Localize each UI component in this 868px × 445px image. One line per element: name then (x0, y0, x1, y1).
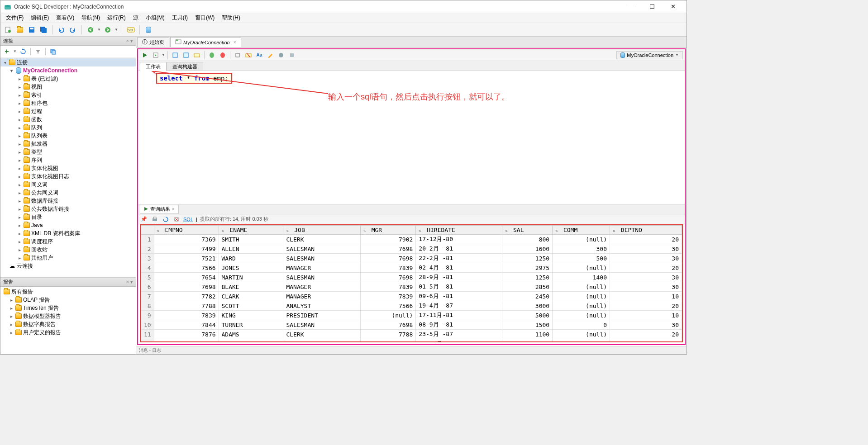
cell[interactable]: 7788 (360, 330, 415, 339)
tree-schema-node[interactable]: ▸类型 (0, 148, 136, 156)
cell[interactable]: MANAGER (283, 282, 360, 292)
explain-plan-button[interactable] (170, 50, 180, 60)
results-tab[interactable]: 查询结果 × (140, 205, 179, 214)
cell[interactable]: (null) (360, 311, 415, 320)
dropdown-icon[interactable]: ▼ (162, 53, 165, 57)
menu-item[interactable]: 运行(R) (104, 13, 129, 23)
tree-connection-node[interactable]: ▾ MyOracleConnection (0, 66, 136, 75)
menu-item[interactable]: 帮助(H) (218, 13, 244, 23)
open-button[interactable] (15, 25, 25, 35)
cell[interactable]: 2450 (502, 292, 553, 301)
tree-schema-node[interactable]: ▸实体化视图 (0, 164, 136, 172)
cell[interactable]: SMITH (219, 235, 283, 244)
table-row[interactable]: 107844TURNERSALESMAN769808-9月 -811500030 (141, 320, 682, 330)
cell[interactable]: KING (219, 311, 283, 320)
cell[interactable]: SALESMAN (283, 273, 360, 282)
run-script-button[interactable] (151, 50, 161, 60)
panel-close-icon[interactable]: × ▾ (126, 279, 133, 285)
tree-all-reports[interactable]: 所有报告 (0, 288, 136, 296)
cell[interactable]: 300 (553, 244, 610, 254)
cell[interactable]: SALESMAN (283, 320, 360, 330)
cell[interactable]: 30 (610, 254, 682, 263)
tree-schema-node[interactable]: ▸调度程序 (0, 237, 136, 246)
cell[interactable]: 1250 (502, 273, 553, 282)
save-all-button[interactable] (38, 25, 48, 35)
cell[interactable]: MARTIN (219, 273, 283, 282)
sql-button[interactable]: SQL (126, 25, 136, 35)
tree-schema-node[interactable]: ▸程序包 (0, 99, 136, 107)
cell[interactable]: 03-12月-81 (416, 339, 502, 343)
cell[interactable]: JAMES (219, 339, 283, 343)
column-header[interactable]: ⇅ JOB (283, 226, 360, 235)
cell[interactable]: 500 (553, 254, 610, 263)
cell[interactable]: 19-4月 -87 (416, 301, 502, 311)
cell[interactable]: 7698 (360, 320, 415, 330)
new-button[interactable] (3, 25, 13, 35)
cell[interactable]: 950 (502, 339, 553, 343)
column-header[interactable]: ⇅ SAL (502, 226, 553, 235)
cell[interactable]: 1600 (502, 244, 553, 254)
table-row[interactable]: 127900JAMESCLERK769803-12月-81950(null)30 (141, 339, 682, 343)
tree-schema-node[interactable]: ▸索引 (0, 91, 136, 99)
tree-report-node[interactable]: ▸OLAP 报告 (0, 296, 136, 304)
cell[interactable]: 7839 (360, 263, 415, 273)
table-row[interactable]: 37521WARDSALESMAN769822-2月 -81125050030 (141, 254, 682, 263)
tree-report-node[interactable]: ▸数据字典报告 (0, 320, 136, 328)
cell[interactable]: 7369 (154, 235, 219, 244)
tree-schema-node[interactable]: ▸公共数据库链接 (0, 205, 136, 213)
subtab-query-builder[interactable]: 查询构建器 (167, 62, 203, 71)
cell[interactable]: SCOTT (219, 301, 283, 311)
cell[interactable]: 22-2月 -81 (416, 254, 502, 263)
tree-schema-node[interactable]: ▸同义词 (0, 180, 136, 189)
tree-schema-node[interactable]: ▸表 (已过滤) (0, 75, 136, 83)
cell[interactable]: 20 (610, 330, 682, 339)
table-row[interactable]: 77782CLARKMANAGER783909-6月 -812450(null)… (141, 292, 682, 301)
edit-button[interactable] (265, 50, 275, 60)
tree-schema-node[interactable]: ▸其他用户 (0, 254, 136, 262)
cell[interactable]: 02-4月 -81 (416, 263, 502, 273)
back-button[interactable] (86, 25, 95, 35)
cell[interactable]: SALESMAN (283, 254, 360, 263)
column-header[interactable]: ⇅ MGR (360, 226, 415, 235)
cell[interactable]: 1250 (502, 254, 553, 263)
cell[interactable]: (null) (553, 311, 610, 320)
cell[interactable]: CLARK (219, 292, 283, 301)
subtab-worksheet[interactable]: 工作表 (140, 62, 167, 71)
rollback-button[interactable] (218, 50, 228, 60)
tab-connection[interactable]: MyOracleConnection × (170, 37, 241, 47)
cell[interactable]: 08-9月 -81 (416, 320, 502, 330)
tree-schema-node[interactable]: ▸触发器 (0, 140, 136, 148)
minimize-button[interactable]: — (621, 1, 641, 13)
tree-report-node[interactable]: ▸数据模型器报告 (0, 312, 136, 320)
column-header[interactable]: ⇅ COMM (553, 226, 610, 235)
menu-item[interactable]: 导航(N) (78, 13, 104, 23)
cell[interactable]: 7839 (360, 282, 415, 292)
maximize-button[interactable]: ☐ (642, 1, 662, 13)
cell[interactable]: (null) (553, 235, 610, 244)
cell[interactable]: 7839 (154, 311, 219, 320)
cell[interactable]: CLERK (283, 330, 360, 339)
cell[interactable]: 20 (610, 301, 682, 311)
cell[interactable]: 20-2月 -81 (416, 244, 502, 254)
table-row[interactable]: 117876ADAMSCLERK778823-5月 -871100(null)2… (141, 330, 682, 339)
case-button[interactable]: Aa (254, 50, 264, 60)
cell[interactable]: PRESIDENT (283, 311, 360, 320)
cell[interactable]: JONES (219, 263, 283, 273)
copy-button[interactable] (48, 47, 57, 56)
cell[interactable]: 2850 (502, 282, 553, 292)
tree-report-node[interactable]: ▸用户定义的报告 (0, 328, 136, 336)
cell[interactable]: 30 (610, 339, 682, 343)
redo-button[interactable] (68, 25, 78, 35)
tool2-button[interactable] (287, 50, 297, 60)
connection-selector[interactable]: MyOracleConnection ▼ (616, 51, 683, 59)
tree-schema-node[interactable]: ▸队列表 (0, 132, 136, 140)
sql-tuning-button[interactable] (192, 50, 202, 60)
tree-schema-node[interactable]: ▸Java (0, 221, 136, 229)
menu-item[interactable]: 工具(I) (168, 13, 191, 23)
cell[interactable]: BLAKE (219, 282, 283, 292)
close-button[interactable]: ✕ (663, 1, 683, 13)
menu-item[interactable]: 查看(V) (52, 13, 78, 23)
menu-item[interactable]: 窗口(W) (191, 13, 218, 23)
panel-close-icon[interactable]: × ▾ (126, 38, 133, 44)
tree-schema-node[interactable]: ▸公共同义词 (0, 189, 136, 197)
